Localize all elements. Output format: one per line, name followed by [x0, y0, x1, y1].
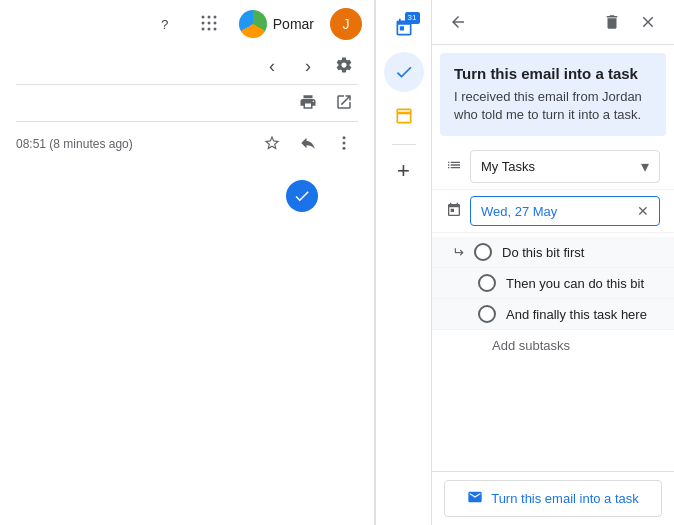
svg-point-0 [201, 15, 204, 18]
svg-point-9 [343, 136, 346, 139]
settings-icon [335, 56, 353, 77]
star-icon [263, 134, 281, 155]
subtask-item: And finally this task here [432, 299, 674, 330]
external-link-button[interactable] [330, 89, 358, 117]
tasks-icon [394, 62, 414, 82]
task-date-chip[interactable]: Wed, 27 May ✕ [470, 196, 660, 226]
calendar-badge: 31 [405, 12, 420, 24]
notes-icon [394, 106, 414, 126]
subtask-checkbox[interactable] [478, 274, 496, 292]
task-title-box: Turn this email into a task I received t… [440, 53, 666, 136]
task-list-selector-row: My Tasks ▾ [432, 144, 674, 190]
forward-icon: › [305, 56, 311, 77]
turn-email-into-task-button[interactable]: Turn this email into a task [444, 480, 662, 517]
grid-icon [200, 14, 218, 35]
help-icon: ? [161, 17, 168, 32]
back-arrow-icon [449, 13, 467, 31]
email-action-icons [258, 130, 358, 158]
subtask-text: Then you can do this bit [506, 276, 644, 291]
nav-row: ‹ › [0, 48, 374, 84]
svg-point-4 [207, 21, 210, 24]
notes-button[interactable] [384, 96, 424, 136]
task-panel-description: I received this email from Jordan who to… [454, 88, 652, 124]
svg-point-3 [201, 21, 204, 24]
task-date-row: Wed, 27 May ✕ [432, 190, 674, 233]
subtask-text: Do this bit first [502, 245, 584, 260]
more-options-icon [335, 134, 353, 155]
svg-point-8 [213, 27, 216, 30]
star-button[interactable] [258, 130, 286, 158]
more-options-button[interactable] [330, 130, 358, 158]
svg-point-10 [343, 141, 346, 144]
add-sidebar-button[interactable]: + [386, 153, 422, 189]
chevron-down-icon: ▾ [641, 157, 649, 176]
pomar-label: Pomar [273, 16, 314, 32]
pomar-icon [239, 10, 267, 38]
calendar-sidebar-item[interactable]: 31 [384, 8, 424, 48]
add-icon: + [397, 158, 410, 184]
settings-button[interactable] [330, 52, 358, 80]
tasks-button[interactable] [384, 52, 424, 92]
svg-point-5 [213, 21, 216, 24]
sidebar-icons: 31 + [375, 0, 431, 525]
task-panel-back-button[interactable] [444, 8, 472, 36]
grid-button[interactable] [195, 10, 223, 38]
back-icon: ‹ [269, 56, 275, 77]
help-button[interactable]: ? [151, 10, 179, 38]
toolbar-row [0, 85, 374, 121]
email-meta-row: 08:51 (8 minutes ago) [0, 122, 374, 166]
reply-button[interactable] [294, 130, 322, 158]
user-avatar[interactable]: J [330, 8, 362, 40]
add-subtasks-label: Add subtasks [446, 338, 570, 353]
date-clear-icon[interactable]: ✕ [637, 203, 649, 219]
mail-icon [467, 489, 483, 508]
turn-email-label: Turn this email into a task [491, 491, 639, 506]
pomar-logo[interactable]: Pomar [239, 10, 314, 38]
check-icon [293, 187, 311, 205]
sidebar-divider [392, 144, 416, 145]
subtask-indent-icon: ↵ [446, 244, 464, 260]
task-panel-title: Turn this email into a task [454, 65, 652, 82]
close-icon [639, 13, 657, 31]
top-bar: ? Pomar J [0, 0, 374, 48]
external-link-icon [335, 93, 353, 114]
task-panel-header-actions [598, 8, 662, 36]
list-icon [446, 157, 462, 176]
delete-button[interactable] [598, 8, 626, 36]
forward-button[interactable]: › [294, 52, 322, 80]
calendar-small-icon [446, 202, 462, 221]
left-panel: ? Pomar J ‹ › [0, 0, 375, 525]
tasks-active-indicator [286, 180, 318, 212]
svg-point-11 [343, 146, 346, 149]
task-panel: Turn this email into a task I received t… [431, 0, 674, 525]
subtask-item: Then you can do this bit [432, 268, 674, 299]
delete-icon [603, 13, 621, 31]
add-subtasks-row[interactable]: Add subtasks [432, 330, 674, 361]
task-panel-header [432, 0, 674, 45]
email-time: 08:51 (8 minutes ago) [16, 137, 133, 151]
svg-point-2 [213, 15, 216, 18]
print-button[interactable] [294, 89, 322, 117]
back-button[interactable]: ‹ [258, 52, 286, 80]
subtask-text: And finally this task here [506, 307, 647, 322]
close-panel-button[interactable] [634, 8, 662, 36]
task-date-label: Wed, 27 May [481, 204, 557, 219]
task-list-dropdown[interactable]: My Tasks ▾ [470, 150, 660, 183]
svg-point-6 [201, 27, 204, 30]
svg-point-1 [207, 15, 210, 18]
right-side: 31 + [375, 0, 674, 525]
reply-icon [299, 134, 317, 155]
task-list-label: My Tasks [481, 159, 535, 174]
subtask-checkbox[interactable] [478, 305, 496, 323]
subtask-checkbox[interactable] [474, 243, 492, 261]
task-panel-footer: Turn this email into a task [432, 471, 674, 525]
print-icon [299, 93, 317, 114]
subtasks-list: ↵ Do this bit first Then you can do this… [432, 233, 674, 471]
svg-point-7 [207, 27, 210, 30]
subtask-item: ↵ Do this bit first [432, 237, 674, 268]
